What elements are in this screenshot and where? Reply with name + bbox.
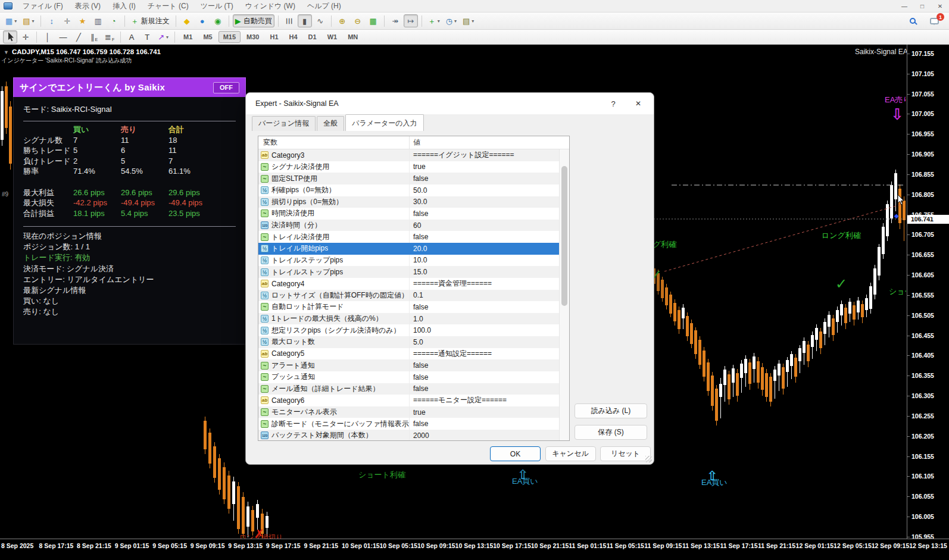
scrollbar-thumb[interactable]	[561, 166, 567, 306]
zoom-in-button[interactable]: ⊕	[335, 14, 349, 27]
market-watch-button[interactable]: ↕	[45, 14, 59, 27]
param-row[interactable]: ½最大ロット数5.0	[258, 336, 559, 348]
param-row[interactable]: abCategory5======通知設定======	[258, 348, 559, 360]
auto-trading-button[interactable]: ▶自動売買	[233, 14, 274, 27]
param-row[interactable]: ~プッシュ通知false	[258, 371, 559, 383]
panel-off-button[interactable]: OFF	[213, 82, 239, 93]
candlestick-chart-button[interactable]: ▮	[298, 14, 312, 27]
menu-view[interactable]: 表示 (V)	[69, 0, 107, 12]
mql5-community-button[interactable]: ●	[195, 14, 210, 27]
notifications-button[interactable]: 1	[927, 14, 941, 27]
timeframe-h4-button[interactable]: H4	[285, 31, 302, 43]
navigator-button[interactable]: ★	[76, 14, 90, 27]
param-row[interactable]: ½想定リスクpips（シグナル決済時のみ）100.0	[258, 324, 559, 336]
templates-button[interactable]: ▤▾	[460, 14, 476, 27]
tab-version-info[interactable]: バージョン情報	[252, 116, 316, 131]
vertical-line-button[interactable]: │	[40, 30, 55, 43]
equidistant-channel-button[interactable]: ∥E	[87, 30, 101, 43]
toolbar-separator	[422, 15, 422, 27]
menu-window[interactable]: ウィンドウ (W)	[239, 0, 301, 12]
search-button[interactable]	[906, 14, 920, 27]
menu-tools[interactable]: ツール (T)	[195, 0, 239, 12]
param-row[interactable]: ½利確pips（0=無効）50.0	[258, 184, 559, 196]
periods-button[interactable]: ◷▾	[444, 14, 459, 27]
dialog-close-button[interactable]: ✕	[629, 97, 648, 110]
timeframe-m1-button[interactable]: M1	[179, 31, 197, 43]
trendline-button[interactable]: ╱	[71, 30, 86, 43]
param-row[interactable]: ~時間決済使用false	[258, 208, 559, 220]
tab-inputs[interactable]: パラメーターの入力	[345, 114, 423, 131]
profiles-button[interactable]: ▤▾	[20, 14, 36, 27]
horizontal-line-button[interactable]: —	[56, 30, 70, 43]
param-row[interactable]: ~シグナル決済使用true	[258, 161, 559, 173]
timeframe-m30-button[interactable]: M30	[242, 31, 264, 43]
crosshair-button[interactable]: ✛	[18, 30, 33, 43]
param-row[interactable]: ~アラート通知false	[258, 359, 559, 371]
minimize-button[interactable]: —	[895, 0, 913, 12]
metaeditor-button[interactable]: ◆	[180, 14, 194, 27]
param-row[interactable]: ½1トレードの最大損失（残高の%）1.0	[258, 313, 559, 325]
param-row[interactable]: ~メール通知（詳細トレード結果）false	[258, 383, 559, 395]
help-button[interactable]: ?	[604, 97, 623, 110]
timeframe-m15-button[interactable]: M15	[218, 31, 241, 43]
param-row[interactable]: ½ロットサイズ（自動計算OFF時の固定値）0.1	[258, 290, 559, 302]
menu-charts[interactable]: チャート (C)	[142, 0, 195, 12]
cancel-button[interactable]: キャンセル	[545, 446, 596, 461]
param-row[interactable]: ½トレイル開始pips20.0	[258, 243, 559, 255]
new-order-button[interactable]: ＋新規注文	[129, 14, 172, 27]
indicators-button[interactable]: ＋▾	[426, 14, 442, 27]
tile-windows-button[interactable]: ▦	[366, 14, 380, 27]
param-row[interactable]: ½損切りpips（0=無効）30.0	[258, 196, 559, 208]
save-button[interactable]: 保存 (S)	[575, 425, 647, 440]
param-row[interactable]: abCategory6======モニター設定======	[258, 395, 559, 406]
menu-insert[interactable]: 挿入 (I)	[107, 0, 142, 12]
one-click-arrow-icon[interactable]: ▼	[4, 49, 9, 55]
dialog-titlebar[interactable]: Expert - Saikix-Signal EA	[246, 93, 654, 114]
param-row[interactable]: 123バックテスト対象期間（本数）2000	[258, 430, 559, 440]
timeframe-d1-button[interactable]: D1	[304, 31, 321, 43]
text-label-button[interactable]: T	[140, 30, 154, 43]
zoom-out-button[interactable]: ⊖	[351, 14, 365, 27]
param-row[interactable]: abCategory4======資金管理======	[258, 278, 559, 290]
auto-scroll-button[interactable]: ↠	[388, 14, 402, 27]
fibonacci-button[interactable]: ≣F	[102, 30, 117, 43]
tab-common[interactable]: 全般	[317, 116, 344, 131]
load-button[interactable]: 読み込み (L)	[575, 403, 647, 418]
param-row[interactable]: ~診断モード（モニターにバッファ情報表示）false	[258, 418, 559, 430]
param-row[interactable]: ~固定SLTP使用false	[258, 173, 559, 184]
time-axis[interactable]: 8 Sep 20258 Sep 17:158 Sep 21:159 Sep 01…	[0, 539, 949, 560]
reset-button[interactable]: リセット	[600, 446, 651, 461]
param-row[interactable]: ~モニターパネル表示true	[258, 406, 559, 418]
timeframe-w1-button[interactable]: W1	[323, 31, 342, 43]
restore-button[interactable]: □	[913, 0, 931, 12]
timeframe-h1-button[interactable]: H1	[265, 31, 283, 43]
notification-badge: 1	[936, 13, 944, 21]
ok-button[interactable]: OK	[490, 446, 541, 461]
param-row[interactable]: ~自動ロット計算モードfalse	[258, 301, 559, 313]
param-row[interactable]: ½トレイルステップpips10.0	[258, 255, 559, 267]
arrows-button[interactable]: ↗▾	[155, 30, 171, 43]
bar-chart-button[interactable]: ☰	[282, 14, 296, 27]
new-chart-button[interactable]: ▦▾	[3, 14, 19, 27]
price-axis[interactable]: 106.741 107.155107.105107.055107.005106.…	[907, 45, 949, 539]
param-row[interactable]: ~トレイル決済使用false	[258, 231, 559, 243]
text-button[interactable]: A	[124, 30, 139, 43]
table-scrollbar[interactable]	[559, 149, 569, 440]
menu-file[interactable]: ファイル (F)	[17, 0, 69, 12]
timeframe-m5-button[interactable]: M5	[198, 31, 217, 43]
param-row[interactable]: ½トレイルストップpips15.0	[258, 266, 559, 278]
signals-button[interactable]: ◉	[211, 14, 225, 27]
cursor-button[interactable]	[3, 30, 17, 43]
data-window-button[interactable]: ✛	[60, 14, 74, 27]
strategy-tester-button[interactable]: ◔	[107, 14, 121, 27]
chart-shift-button[interactable]: ↦	[404, 14, 418, 27]
close-button[interactable]: ✕	[931, 0, 949, 12]
terminal-button[interactable]: ▥	[91, 14, 105, 27]
resize-grip[interactable]	[645, 456, 652, 462]
param-row[interactable]: 123決済時間（分）60	[258, 220, 559, 231]
param-row[interactable]: abCategory3======イグジット設定======	[258, 149, 559, 161]
menu-help[interactable]: ヘルプ (H)	[301, 0, 347, 12]
line-chart-button[interactable]: ∿	[313, 14, 327, 27]
timeframe-mn-button[interactable]: MN	[343, 31, 363, 43]
chart-area[interactable]: EA売り⇩ロング利確グ利確✓✓ショーショート利確⇧EA買い⇧EA買い✗ロング損切…	[0, 45, 949, 560]
